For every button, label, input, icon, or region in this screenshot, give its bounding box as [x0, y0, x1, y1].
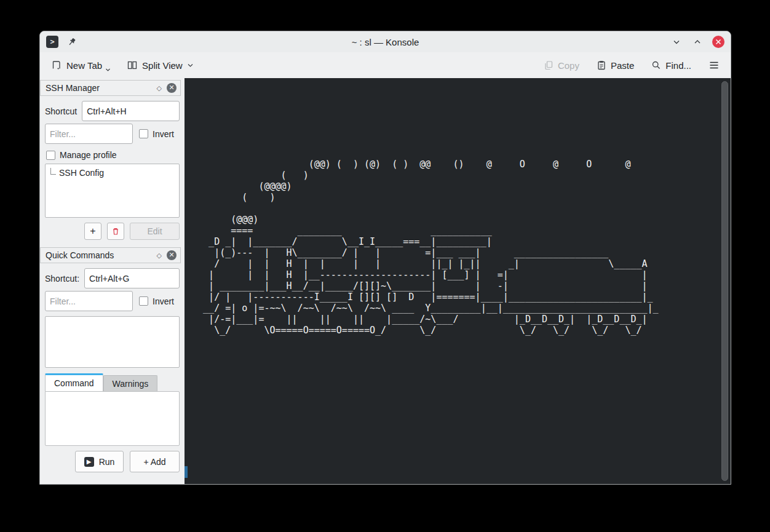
- tab-command[interactable]: Command: [45, 373, 103, 391]
- paste-icon: [597, 60, 606, 70]
- tree-item-label: SSH Config: [59, 168, 104, 178]
- pin-icon[interactable]: [67, 37, 77, 47]
- ssh-edit-button[interactable]: Edit: [130, 223, 180, 240]
- new-tab-label: New Tab: [66, 60, 102, 71]
- new-tab-icon: [51, 60, 62, 71]
- edit-label: Edit: [147, 226, 162, 236]
- manage-profile-label: Manage profile: [60, 150, 117, 160]
- qc-tabs: Command Warnings: [45, 373, 180, 391]
- tab-warnings-label: Warnings: [113, 379, 149, 389]
- manage-profile-checkbox[interactable]: [46, 151, 55, 160]
- run-play-icon: ▶: [84, 457, 94, 467]
- ssh-shortcut-label: Shortcut: [45, 106, 77, 116]
- trash-icon: [111, 226, 121, 236]
- close-panel-icon[interactable]: ✕: [167, 250, 177, 260]
- ssh-shortcut-input[interactable]: [82, 101, 180, 121]
- run-label: Run: [99, 457, 115, 467]
- qc-shortcut-input[interactable]: [84, 268, 180, 288]
- qc-command-editor[interactable]: [45, 391, 180, 446]
- search-icon: [651, 60, 661, 70]
- konsole-window: > ~ : sl — Konsole: [39, 31, 731, 485]
- terminal-output[interactable]: (@@) ( ) (@) ( ) @@ () @ O @ O @ ( ) (@@…: [185, 78, 731, 336]
- quick-commands-title: Quick Commands: [46, 250, 157, 260]
- find-button[interactable]: Find...: [651, 60, 691, 71]
- copy-icon: [544, 60, 554, 70]
- paste-label: Paste: [611, 60, 634, 71]
- qc-run-button[interactable]: ▶ Run: [75, 451, 124, 472]
- paste-button[interactable]: Paste: [597, 60, 634, 71]
- ssh-add-button[interactable]: +: [84, 223, 101, 240]
- tab-command-label: Command: [54, 378, 94, 388]
- ssh-config-list[interactable]: SSH Config: [45, 164, 180, 218]
- qc-invert-checkbox[interactable]: [139, 296, 148, 306]
- close-button[interactable]: [712, 36, 724, 48]
- ssh-manager-title: SSH Manager: [46, 83, 157, 93]
- new-tab-button[interactable]: New Tab: [51, 60, 111, 71]
- minimize-button[interactable]: [670, 36, 683, 48]
- toolbar: New Tab Split View Copy: [40, 52, 731, 78]
- split-view-button[interactable]: Split View: [127, 60, 194, 71]
- window-title: ~ : sl — Konsole: [40, 37, 731, 47]
- close-panel-icon[interactable]: ✕: [167, 83, 177, 93]
- add-label: + Add: [143, 457, 165, 467]
- ssh-invert-label: Invert: [153, 129, 174, 139]
- qc-invert-label: Invert: [153, 296, 174, 306]
- terminal-scrollbar[interactable]: [721, 81, 728, 481]
- qc-filter-input[interactable]: [45, 291, 133, 311]
- ssh-invert-checkbox[interactable]: [139, 129, 148, 138]
- hamburger-icon: [708, 60, 720, 71]
- new-tab-dropdown-icon[interactable]: [105, 68, 111, 72]
- split-view-icon: [127, 60, 138, 71]
- qc-add-button[interactable]: + Add: [130, 451, 180, 472]
- terminal-view[interactable]: (@@) ( ) (@) ( ) @@ () @ O @ O @ ( ) (@@…: [185, 78, 731, 484]
- find-label: Find...: [665, 60, 691, 71]
- split-view-chevron-icon: [187, 63, 194, 68]
- qc-commands-list[interactable]: [45, 316, 180, 368]
- titlebar[interactable]: > ~ : sl — Konsole: [40, 31, 731, 52]
- ssh-manager-header[interactable]: SSH Manager ◇ ✕: [40, 80, 181, 96]
- copy-label: Copy: [558, 60, 579, 71]
- copy-button[interactable]: Copy: [544, 60, 579, 71]
- close-x-icon: [715, 39, 721, 45]
- sidebar: SSH Manager ◇ ✕ Shortcut Invert Manage p…: [40, 78, 185, 484]
- qc-shortcut-label: Shortcut:: [45, 274, 79, 284]
- add-plus-icon: +: [90, 226, 95, 237]
- ssh-filter-input[interactable]: [45, 124, 133, 144]
- splitter-handle[interactable]: [185, 466, 188, 478]
- ssh-config-tree-item[interactable]: SSH Config: [46, 164, 179, 178]
- konsole-app-icon: >: [46, 36, 58, 48]
- maximize-button[interactable]: [691, 36, 704, 48]
- tab-warnings[interactable]: Warnings: [103, 375, 158, 391]
- quick-commands-header[interactable]: Quick Commands ◇ ✕: [40, 247, 181, 263]
- ssh-delete-button[interactable]: [107, 223, 124, 240]
- hamburger-menu-button[interactable]: [708, 60, 720, 71]
- tree-branch-icon: [50, 168, 56, 175]
- split-view-label: Split View: [142, 60, 183, 71]
- float-panel-icon[interactable]: ◇: [157, 252, 162, 260]
- float-panel-icon[interactable]: ◇: [157, 84, 162, 92]
